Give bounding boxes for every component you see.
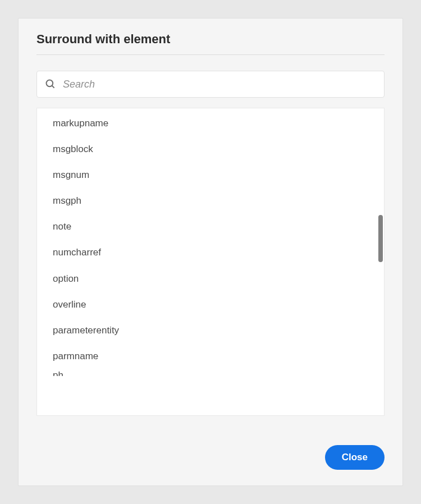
svg-line-1 [52, 86, 54, 88]
element-list: markupname msgblock msgnum msgph note nu… [36, 108, 385, 416]
list-item[interactable]: note [37, 214, 384, 240]
list-item[interactable]: overline [37, 292, 384, 318]
list-item[interactable]: ph [37, 369, 384, 376]
list-item[interactable]: parameterentity [37, 318, 384, 343]
list-item[interactable]: msgph [37, 188, 384, 214]
list-item[interactable]: markupname [37, 111, 384, 136]
surround-with-element-dialog: Surround with element markupname msgbloc… [18, 18, 403, 486]
svg-point-0 [47, 80, 53, 87]
list-item[interactable]: option [37, 266, 384, 292]
search-icon [45, 79, 56, 90]
close-button[interactable]: Close [325, 445, 385, 470]
list-item[interactable]: msgblock [37, 136, 384, 162]
list-item[interactable]: msgnum [37, 162, 384, 188]
list-item[interactable]: numcharref [37, 240, 384, 265]
scrollbar-thumb[interactable] [378, 215, 383, 262]
search-field-wrap[interactable] [36, 71, 385, 98]
element-list-inner: markupname msgblock msgnum msgph note nu… [37, 108, 384, 415]
list-item[interactable]: parmname [37, 343, 384, 369]
search-input[interactable] [63, 79, 376, 90]
dialog-title: Surround with element [36, 32, 385, 55]
dialog-footer: Close [36, 416, 385, 470]
